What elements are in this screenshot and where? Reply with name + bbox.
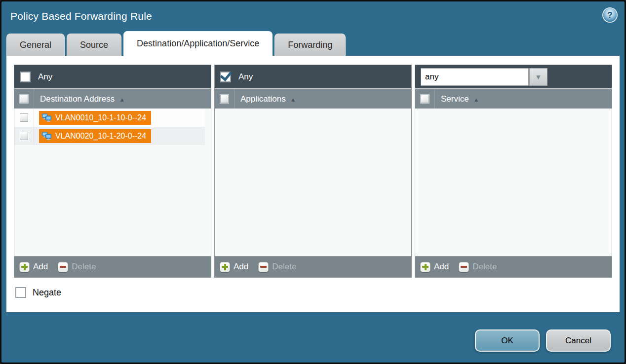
header-checkbox-cell: [415, 89, 435, 109]
destination-any-label: Any: [38, 72, 52, 82]
negate-row: Negate: [15, 287, 620, 298]
delete-minus-icon: [258, 262, 269, 272]
tab-bar: General Source Destination/Application/S…: [1, 31, 625, 56]
help-icon[interactable]: ?: [603, 8, 617, 22]
tab-forwarding[interactable]: Forwarding: [274, 34, 346, 56]
service-dropdown-bar: ▼: [415, 65, 612, 88]
service-dropdown-button[interactable]: ▼: [529, 68, 548, 86]
sort-ascending-icon[interactable]: ▲: [290, 95, 296, 103]
select-all-checkbox[interactable]: [421, 95, 429, 103]
destination-any-checkbox[interactable]: [20, 72, 31, 82]
network-address-icon: [41, 113, 52, 122]
tab-content-panel: Any Destination Address ▲: [6, 56, 620, 312]
header-checkbox-cell: [14, 89, 34, 109]
select-all-checkbox[interactable]: [20, 95, 28, 103]
applications-any-bar: Any: [215, 65, 411, 88]
add-button[interactable]: Add: [420, 262, 449, 272]
delete-button[interactable]: Delete: [58, 262, 96, 272]
address-object-chip[interactable]: VLAN0010_10-1-10-0--24: [39, 111, 151, 125]
chevron-down-icon: ▼: [535, 73, 542, 81]
delete-minus-icon: [459, 262, 469, 272]
add-button[interactable]: Add: [19, 262, 48, 272]
ok-button[interactable]: OK: [475, 329, 540, 352]
applications-header[interactable]: Applications ▲: [215, 88, 411, 109]
table-row[interactable]: VLAN0020_10-1-20-0--24: [14, 127, 205, 145]
delete-button[interactable]: Delete: [459, 262, 497, 272]
sort-ascending-icon[interactable]: ▲: [119, 95, 125, 103]
delete-minus-icon: [58, 262, 68, 272]
negate-label: Negate: [33, 288, 61, 298]
delete-button[interactable]: Delete: [258, 262, 296, 272]
select-all-checkbox[interactable]: [220, 95, 229, 103]
table-row[interactable]: VLAN0010_10-1-10-0--24: [14, 109, 205, 127]
policy-based-forwarding-dialog: Policy Based Forwarding Rule ? General S…: [0, 0, 626, 364]
negate-checkbox[interactable]: [15, 287, 26, 298]
applications-footer-bar: Add Delete: [215, 256, 411, 277]
service-dropdown-input[interactable]: [421, 68, 529, 86]
applications-column: Any Applications ▲ Add: [214, 65, 412, 278]
dialog-title: Policy Based Forwarding Rule: [10, 10, 152, 22]
applications-any-label: Any: [238, 72, 253, 82]
destination-footer-bar: Add Delete: [14, 256, 211, 277]
column-header-label: Service: [435, 94, 469, 104]
tab-source[interactable]: Source: [67, 34, 121, 56]
service-header[interactable]: Service ▲: [415, 88, 612, 109]
destination-address-list: VLAN0010_10-1-10-0--24 VLAN0020_10-1-20-…: [14, 109, 211, 256]
row-checkbox[interactable]: [20, 132, 28, 140]
destination-address-column: Any Destination Address ▲: [14, 65, 211, 278]
column-header-label: Destination Address: [34, 94, 115, 104]
service-list: [415, 109, 612, 256]
service-column: ▼ Service ▲ Add: [415, 65, 612, 278]
applications-list: [215, 109, 411, 256]
header-checkbox-cell: [215, 89, 235, 109]
row-checkbox-cell: [14, 109, 34, 127]
applications-any-checkbox[interactable]: [220, 72, 231, 82]
column-header-label: Applications: [235, 94, 286, 104]
sort-ascending-icon[interactable]: ▲: [473, 95, 479, 103]
tab-destination-application-service[interactable]: Destination/Application/Service: [123, 31, 273, 56]
dialog-actions: OK Cancel: [475, 329, 611, 352]
row-checkbox-cell: [14, 127, 34, 145]
address-object-chip[interactable]: VLAN0020_10-1-20-0--24: [39, 129, 151, 143]
add-plus-icon: [220, 262, 230, 272]
add-plus-icon: [19, 262, 30, 272]
address-object-label: VLAN0020_10-1-20-0--24: [55, 132, 146, 141]
add-plus-icon: [420, 262, 430, 272]
network-address-icon: [41, 132, 52, 141]
service-footer-bar: Add Delete: [415, 256, 612, 277]
add-button[interactable]: Add: [220, 262, 248, 272]
dialog-titlebar: Policy Based Forwarding Rule: [1, 1, 625, 31]
selector-columns: Any Destination Address ▲: [6, 56, 620, 278]
cancel-button[interactable]: Cancel: [546, 329, 611, 352]
address-object-label: VLAN0010_10-1-10-0--24: [55, 113, 146, 122]
destination-address-header[interactable]: Destination Address ▲: [14, 88, 211, 109]
row-checkbox[interactable]: [20, 113, 28, 122]
service-combo: ▼: [421, 68, 548, 86]
destination-any-bar: Any: [14, 65, 211, 88]
tab-general[interactable]: General: [6, 34, 65, 56]
